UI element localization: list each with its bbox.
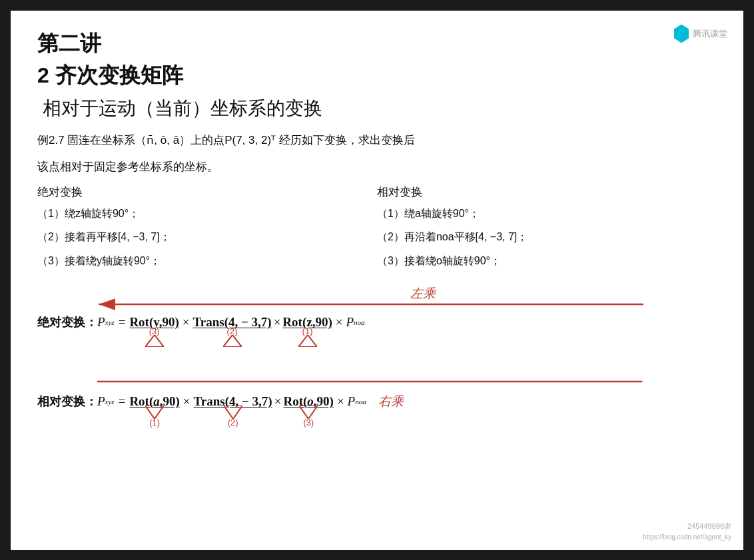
subtitle: 相对于运动（当前）坐标系的变换	[37, 96, 717, 121]
abs-header: 绝对变换	[37, 184, 377, 200]
svg-marker-3	[223, 335, 242, 347]
left-arrow-section: 左乘	[37, 285, 717, 312]
abs-rot-y: Rot(y,90) (3)	[129, 315, 179, 330]
rel-p-xyz: P	[97, 394, 105, 409]
rel-header: 相对变换	[377, 184, 717, 200]
rel-formula-label: 相对变换：	[37, 394, 97, 410]
rel-annot-1: (1)	[145, 406, 164, 429]
abs-p-xyz: P	[97, 315, 105, 330]
rel-formula-block: 相对变换： Pxyz = Rot(a,90) (1) × Trans(4, − …	[37, 393, 717, 431]
abs-rot-z: Rot(z,90) (1)	[282, 315, 332, 330]
title-line2: 2 齐次变换矩阵	[37, 61, 717, 91]
right-arrow-svg	[97, 374, 643, 389]
abs-formula-label: 绝对变换：	[37, 314, 97, 330]
rel-annot-3: (3)	[299, 406, 318, 429]
abs-trans: Trans(4, − 3,7) (2)	[193, 315, 272, 330]
rel-annot-2: (2)	[224, 406, 242, 429]
abs-item-1: （1）绕z轴旋转90°；	[37, 205, 377, 222]
abs-formula-block: 绝对变换： Pxyz = Rot(y,90) (3) × Trans(4, − …	[37, 314, 717, 349]
relative-column: 相对变换 （1）绕a轴旋转90°； （2）再沿着noa平移[4, −3, 7]；…	[377, 184, 717, 276]
right-label: 右乘	[378, 393, 404, 410]
rel-item-3: （3）接着绕o轴旋转90°；	[377, 252, 717, 270]
rel-p-noa: P	[348, 394, 356, 409]
rel-item-1: （1）绕a轴旋转90°；	[377, 205, 717, 222]
logo-icon	[674, 25, 689, 43]
rel-trans: Trans(4, − 3,7) (2)	[194, 394, 272, 409]
rel-item-2: （2）再沿着noa平移[4, −3, 7]；	[377, 228, 717, 246]
rel-rot-o: Rot(o,90) (3)	[283, 394, 333, 409]
abs-annot-2: (2)	[223, 325, 242, 347]
right-arrow-section	[37, 369, 717, 390]
absolute-column: 绝对变换 （1）绕z轴旋转90°； （2）接着再平移[4, −3, 7]； （3…	[37, 184, 377, 276]
watermark2: https://blog.csdn.net/agent_ky	[643, 533, 731, 541]
svg-marker-8	[224, 406, 242, 419]
abs-annot-3: (3)	[145, 325, 164, 347]
two-columns: 绝对变换 （1）绕z轴旋转90°； （2）接着再平移[4, −3, 7]； （3…	[37, 184, 717, 276]
problem-statement-2: 该点相对于固定参考坐标系的坐标。	[37, 157, 717, 178]
logo-text: 腾讯课堂	[693, 28, 727, 40]
rel-rot-a: Rot(a,90) (1)	[129, 394, 179, 409]
svg-marker-9	[299, 406, 318, 419]
abs-p-noa: P	[346, 315, 354, 330]
abs-item-3: （3）接着绕y轴旋转90°；	[37, 252, 377, 270]
svg-marker-2	[145, 335, 164, 347]
watermark: 245449696讲	[687, 521, 731, 531]
left-arrow-svg	[97, 297, 643, 312]
abs-annot-1: (1)	[298, 325, 317, 347]
problem-statement: 例2.7 固连在坐标系（n̄, ō, ā）上的点P(7, 3, 2)ᵀ 经历如下…	[37, 131, 717, 151]
abs-item-2: （2）接着再平移[4, −3, 7]；	[37, 228, 377, 246]
slide: 腾讯课堂 第二讲 2 齐次变换矩阵 相对于运动（当前）坐标系的变换 例2.7 固…	[11, 11, 743, 550]
svg-marker-7	[145, 406, 164, 419]
logo: 腾讯课堂	[674, 24, 727, 44]
title-line1: 第二讲	[37, 29, 717, 59]
svg-marker-4	[298, 335, 317, 347]
